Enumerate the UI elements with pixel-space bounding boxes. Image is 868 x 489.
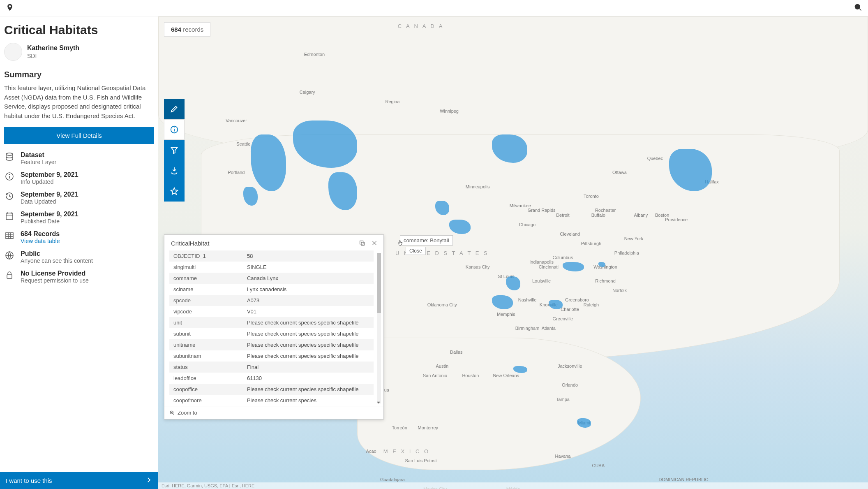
records-count: 684 (171, 26, 181, 33)
view-data-table-link[interactable]: View data table (21, 238, 60, 244)
zoom-to-label: Zoom to (178, 410, 197, 416)
summary-heading: Summary (4, 70, 154, 79)
city-label: CUBA (592, 463, 605, 468)
dock-icon[interactable] (358, 239, 366, 247)
country-label: M E X I C O (383, 448, 430, 454)
table-row: subunitnamPlease check current species s… (169, 350, 374, 362)
svg-rect-16 (7, 275, 12, 278)
location-pin-icon[interactable] (6, 3, 14, 13)
meta-published: September 9, 2021Published Date (4, 211, 154, 225)
table-icon (4, 230, 15, 241)
city-label: Greenville (553, 316, 573, 321)
city-label: DOMINICAN REPUBLIC (658, 477, 708, 482)
svg-line-30 (173, 413, 174, 415)
use-bar-label: I want to use this (6, 477, 52, 484)
city-label: Rochester (595, 208, 616, 213)
city-label: Buffalo (591, 213, 605, 218)
sidebar: Critical Habitats Katherine Smyth SDI Su… (0, 16, 158, 489)
city-label: Grand Rapids (528, 208, 556, 213)
meta-sub: Feature Layer (21, 159, 56, 165)
search-icon[interactable] (854, 3, 862, 13)
attr-key: subunitnam (169, 350, 243, 362)
edit-button[interactable] (164, 99, 185, 119)
attr-value: Please check current species specific sh… (243, 339, 374, 350)
tooltip-close-button[interactable]: Close (406, 247, 426, 255)
meta-info-updated: September 9, 2021Info Updated (4, 171, 154, 185)
avatar (4, 43, 22, 61)
map-attribution: Esri, HERE, Garmin, USGS, EPA | Esri, HE… (158, 482, 868, 489)
city-label: Providence (665, 217, 688, 222)
page-title: Critical Habitats (4, 23, 154, 37)
layers-icon (4, 151, 15, 162)
city-label: Philadelphia (614, 250, 639, 255)
city-label: Torreón (392, 425, 407, 430)
habitat-feature[interactable] (598, 262, 605, 267)
meta-title: September 9, 2021 (21, 211, 78, 218)
attr-value: A073 (243, 295, 374, 306)
city-label: Raleigh (584, 302, 599, 307)
meta-sub: Request permission to use (21, 277, 89, 284)
svg-line-1 (859, 8, 861, 10)
table-row: OBJECTID_158 (169, 250, 374, 262)
view-full-details-button[interactable]: View Full Details (4, 127, 154, 144)
chevron-right-icon (145, 476, 152, 485)
city-label: Detroit (556, 213, 569, 218)
svg-point-19 (174, 127, 175, 128)
city-label: Cleveland (560, 232, 580, 236)
map[interactable]: C A N A D AU N I T E D S T A T E SM E X … (158, 16, 868, 489)
attr-key: singlmulti (169, 262, 243, 273)
city-label: Winnipeg (440, 109, 459, 114)
download-button[interactable] (164, 160, 185, 181)
city-label: Greensboro (565, 297, 589, 302)
meta-title: September 9, 2021 (21, 191, 78, 198)
attr-key: vipcode (169, 306, 243, 317)
meta-records: 684 RecordsView data table (4, 230, 154, 244)
city-label: Houston (462, 373, 479, 378)
city-label: Minneapolis (466, 184, 490, 189)
table-row: scinameLynx canadensis (169, 284, 374, 295)
attr-value: V01 (243, 306, 374, 317)
i-want-to-use-this-button[interactable]: I want to use this (0, 472, 158, 489)
owner-name: Katherine Smyth (27, 44, 79, 52)
scrollbar[interactable] (377, 253, 381, 403)
owner-row: Katherine Smyth SDI (4, 43, 154, 61)
meta-title: No License Provided (21, 270, 89, 277)
city-label: Edmonton (304, 52, 325, 57)
table-row: singlmultiSINGLE (169, 262, 374, 273)
table-row: subunitPlease check current species spec… (169, 328, 374, 339)
meta-title: Public (21, 250, 93, 257)
attr-value: Please check current species specific sh… (243, 384, 374, 395)
svg-rect-22 (360, 241, 363, 244)
country-label: C A N A D A (398, 23, 444, 29)
attr-value: Lynx canadensis (243, 284, 374, 295)
identify-button[interactable] (164, 119, 185, 140)
attr-value: 61130 (243, 373, 374, 384)
city-label: Portland (228, 170, 245, 175)
attr-key: leadoffice (169, 373, 243, 384)
lock-icon (4, 270, 15, 280)
attr-value: SINGLE (243, 262, 374, 273)
city-label: Memphis (497, 312, 515, 317)
zoom-to-button[interactable]: Zoom to (164, 406, 383, 419)
city-label: Nashville (518, 297, 537, 302)
close-icon[interactable] (370, 239, 379, 247)
records-label: records (183, 26, 203, 33)
chevron-down-icon[interactable] (376, 399, 382, 405)
svg-point-5 (9, 174, 10, 175)
table-row: vipcodeV01 (169, 306, 374, 317)
map-toolbar (164, 99, 185, 202)
attr-value: 58 (243, 250, 374, 262)
attr-key: status (169, 362, 243, 373)
table-row: comnameCanada Lynx (169, 273, 374, 284)
table-row: unitnamePlease check current species spe… (169, 339, 374, 350)
city-label: Boston (655, 213, 669, 218)
filter-button[interactable] (164, 140, 185, 160)
city-label: Toronto (584, 194, 599, 199)
city-label: Milwaukee (510, 203, 531, 208)
city-label: Havana (555, 454, 570, 459)
meta-data-updated: September 9, 2021Data Updated (4, 191, 154, 205)
attr-key: sciname (169, 284, 243, 295)
svg-marker-21 (171, 188, 178, 195)
city-label: Albany (634, 213, 648, 218)
favorite-button[interactable] (164, 181, 185, 202)
